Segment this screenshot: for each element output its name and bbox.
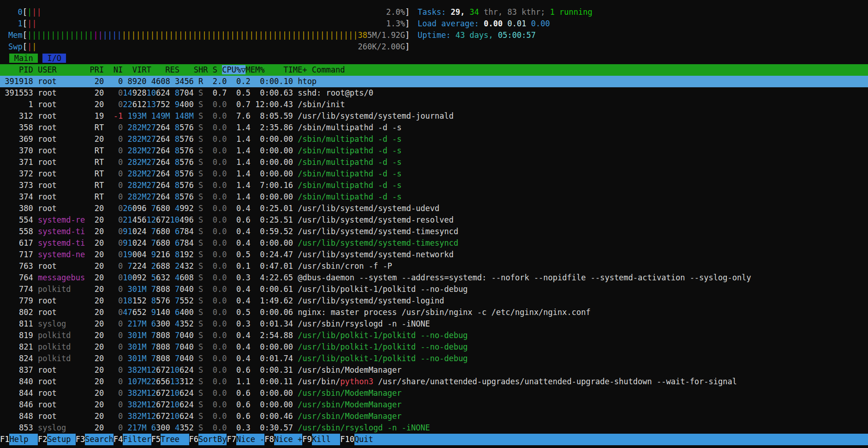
priority-cell: 20 <box>90 342 104 351</box>
fkey-f9-key[interactable]: F9 <box>302 434 311 445</box>
column-header-pri[interactable]: PRI <box>90 65 104 74</box>
process-row[interactable]: 1 root 20 02261213752 9400 S 0.0 0.7 12:… <box>0 99 868 110</box>
process-row[interactable]: 811 syslog 20 0 217M 6300 4352 S 0.0 0.3… <box>0 318 868 330</box>
process-row[interactable]: 844 root 20 0 382M1267210624 S 0.0 0.6 0… <box>0 387 868 399</box>
res-cell: 7 <box>151 285 156 294</box>
fkey-f6-key[interactable]: F6 <box>189 434 198 445</box>
column-header-command[interactable]: Command <box>312 65 345 74</box>
fkey-tree-button[interactable]: Tree <box>161 434 189 445</box>
process-row[interactable]: 369 root 20 0 282M27264 8576 S 0.0 1.4 0… <box>0 133 868 145</box>
fkey-nice-button[interactable]: Nice - <box>236 434 264 445</box>
process-row[interactable]: 840 root 20 0 107M2265613312 S 0.0 1.1 0… <box>0 376 868 387</box>
process-row[interactable]: 821 polkitd 20 0 301M 7808 7040 S 0.0 0.… <box>0 341 868 353</box>
state-cell: S <box>198 134 203 144</box>
res-cell: 27 <box>146 146 156 155</box>
command-cell: nginx: master process /usr/sbin/nginx -c… <box>298 308 591 317</box>
process-row[interactable]: 370 root RT 0 282M27264 8576 S 0.0 1.4 0… <box>0 145 868 157</box>
fkey-f1-key[interactable]: F1 <box>0 434 9 445</box>
process-row[interactable]: 779 root 20 018152 8576 7552 S 0.0 0.4 1… <box>0 295 868 307</box>
process-row[interactable]: 358 root RT 0 282M27264 8576 S 0.0 1.4 2… <box>0 122 868 133</box>
fkey-sortby-button[interactable]: SortBy <box>198 434 227 445</box>
process-row[interactable]: 848 root 20 0 382M1267210624 S 0.0 0.6 0… <box>0 411 868 422</box>
process-row[interactable]: 554 systemd-re 20 0214561267210496 S 0.0… <box>0 214 868 226</box>
fkey-quit-button[interactable]: Quit <box>354 434 383 445</box>
fkey-filter-button[interactable]: Filter <box>123 434 151 445</box>
shr-cell: 8 <box>175 181 180 190</box>
column-header-s[interactable]: S <box>213 65 217 74</box>
fkey-help-button[interactable]: Help <box>9 434 37 445</box>
pid-cell: 371 <box>0 157 33 167</box>
process-row[interactable]: 819 polkitd 20 0 301M 7808 7040 S 0.0 0.… <box>0 330 868 341</box>
htop-screen: 0[||| 2.0%] 1[|| 1.3%]Mem[||||||||||||||… <box>0 0 868 445</box>
column-header-mem[interactable]: MEM% <box>245 65 264 74</box>
fkey-kill-button[interactable]: Kill <box>312 434 340 445</box>
process-row[interactable]: 391553 root 20 01492810624 8704 S 0.7 0.… <box>0 87 868 99</box>
shr-cell: 576 <box>180 169 194 178</box>
process-row[interactable]: 371 root RT 0 282M27264 8576 S 0.0 1.4 0… <box>0 157 868 168</box>
fkey-nice-button[interactable]: Nice + <box>274 434 302 445</box>
pid-cell: 779 <box>0 296 33 305</box>
mem-cell: 0.4 <box>232 342 251 351</box>
uptime-value: 43 days, <box>451 30 493 40</box>
process-row[interactable]: 774 polkitd 20 0 301M 7808 7040 S 0.0 0.… <box>0 284 868 295</box>
fkey-search-button[interactable]: Search <box>85 434 113 445</box>
virt-cell: 456 <box>132 215 147 224</box>
shr-cell: 3 <box>175 77 180 86</box>
tab-io[interactable]: I/O <box>42 54 66 63</box>
cpu-cell: 0.0 <box>208 423 227 432</box>
column-header-user[interactable]: USER <box>38 65 85 74</box>
tasks-label: Tasks: <box>418 7 446 17</box>
pid-cell: 763 <box>0 261 33 271</box>
command-cell: /usr/lib/systemd/systemd-resolved <box>298 215 454 224</box>
fkey-setup-button[interactable]: Setup <box>47 434 75 445</box>
process-row[interactable]: 846 root 20 0 382M1267210624 S 0.0 0.6 0… <box>0 399 868 411</box>
column-header-res[interactable]: RES <box>156 65 180 74</box>
process-row[interactable]: 558 systemd-ti 20 091024 7680 6784 S 0.0… <box>0 226 868 237</box>
priority-cell: 20 <box>90 377 104 386</box>
process-row[interactable]: 764 messagebus 20 010092 5632 4608 S 0.0… <box>0 272 868 284</box>
fkey-f3-key[interactable]: F3 <box>76 434 85 445</box>
column-header-virt[interactable]: VIRT <box>127 65 151 74</box>
process-row[interactable]: 824 polkitd 20 0 301M 7808 7040 S 0.0 0.… <box>0 353 868 364</box>
virt-cell: 91 <box>123 238 132 248</box>
process-row[interactable]: 380 root 20 026096 7680 4992 S 0.0 0.4 0… <box>0 203 868 214</box>
process-row[interactable]: 372 root RT 0 282M27264 8576 S 0.0 1.4 0… <box>0 168 868 180</box>
column-header-time[interactable]: TIME+ <box>269 65 307 74</box>
load-value: 0.00 <box>479 19 503 28</box>
process-row[interactable]: 312 root 19 -1 193M 149M 148M S 0.0 7.6 … <box>0 110 868 122</box>
fkey-f2-key[interactable]: F2 <box>38 434 47 445</box>
column-header-ni[interactable]: NI <box>108 65 123 74</box>
shr-cell: 7 <box>175 296 180 305</box>
virt-cell: 301M <box>127 354 146 363</box>
column-header-pid[interactable]: PID <box>0 65 33 74</box>
fkey-f4-key[interactable]: F4 <box>114 434 123 445</box>
command-basename: python3 <box>340 377 373 386</box>
fkey-f7-key[interactable]: F7 <box>227 434 236 445</box>
shr-cell: 576 <box>180 157 194 167</box>
column-header-cpu[interactable]: CPU%▽ <box>222 65 245 74</box>
shr-cell: 8 <box>175 123 180 132</box>
fkey-f10-key[interactable]: F10 <box>340 434 354 445</box>
shr-cell: 040 <box>180 354 194 363</box>
memory-meter-bar: ||||||||||||||||||||||||||||||||||||||||… <box>122 30 358 40</box>
res-cell: 672 <box>156 412 170 421</box>
command-cell: /usr/lib/systemd/systemd-networkd <box>298 250 454 259</box>
fkey-f5-key[interactable]: F5 <box>151 434 161 445</box>
tab-main[interactable]: Main <box>9 54 37 63</box>
process-row[interactable]: 717 systemd-ne 20 019004 9216 8192 S 0.0… <box>0 249 868 260</box>
process-row[interactable]: 374 root RT 0 282M27264 8576 S 0.0 1.4 0… <box>0 191 868 203</box>
process-row[interactable]: 763 root 20 0 7224 2688 2432 S 0.0 0.1 0… <box>0 260 868 272</box>
process-row[interactable]: 837 root 20 0 382M1267210624 S 0.0 0.6 0… <box>0 364 868 376</box>
command-cell: @dbus-daemon --system --address=systemd:… <box>298 273 751 282</box>
process-row[interactable]: 802 root 20 047652 9140 6400 S 0.0 0.5 0… <box>0 307 868 318</box>
process-row[interactable]: 391918 root 20 0 8920 4608 3456 R 2.0 0.… <box>0 76 868 87</box>
fkey-f8-key[interactable]: F8 <box>264 434 274 445</box>
nice-cell: 0 <box>108 296 123 305</box>
process-row[interactable]: 373 root RT 0 282M27264 8576 S 0.0 1.4 7… <box>0 180 868 191</box>
cpu-cell: 0.0 <box>208 342 227 351</box>
pid-cell: 558 <box>0 227 33 236</box>
column-header-shr[interactable]: SHR <box>184 65 208 74</box>
process-row[interactable]: 853 syslog 20 0 217M 6300 4352 S 0.0 0.3… <box>0 422 868 434</box>
process-row[interactable]: 617 systemd-ti 20 091024 7680 6784 S 0.0… <box>0 237 868 249</box>
res-cell: 672 <box>156 400 170 409</box>
